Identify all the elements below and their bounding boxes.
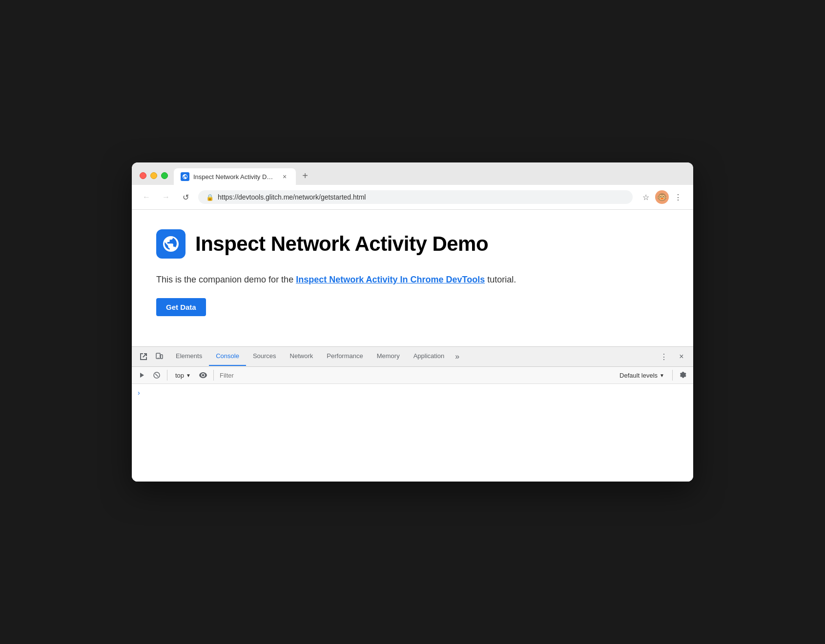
traffic-light-yellow[interactable] (150, 172, 157, 179)
get-data-button[interactable]: Get Data (156, 298, 206, 316)
default-levels-icon: ▼ (660, 373, 664, 378)
back-button[interactable]: ← (140, 190, 153, 204)
filter-input[interactable] (218, 371, 614, 380)
devtools-more-tabs[interactable]: » (451, 347, 463, 366)
console-settings-btn[interactable] (677, 369, 689, 382)
svg-rect-3 (161, 355, 163, 359)
devtools-tab-actions: ⋮ × (656, 347, 689, 366)
devtools-tab-elements[interactable]: Elements (169, 347, 209, 366)
url-text: https://devtools.glitch.me/network/getst… (218, 193, 366, 201)
devtools-link[interactable]: Inspect Network Activity In Chrome DevTo… (296, 275, 485, 284)
console-chevron[interactable]: › (136, 388, 142, 398)
devtools-tab-list: Elements Console Sources Network Perform… (167, 347, 656, 366)
devtools-tabs: Elements Console Sources Network Perform… (132, 347, 693, 367)
traffic-light-red[interactable] (140, 172, 146, 179)
menu-button[interactable]: ⋮ (671, 190, 685, 204)
eye-icon-btn[interactable] (197, 369, 209, 382)
reload-button[interactable]: ↺ (179, 190, 192, 204)
page-description: This is the companion demo for the Inspe… (156, 273, 669, 286)
avatar[interactable]: 🐵 (655, 190, 669, 204)
svg-marker-5 (140, 373, 144, 378)
tab-title: Inspect Network Activity Demo (193, 173, 276, 181)
devtools-inspect-btn[interactable] (136, 347, 151, 366)
context-selector[interactable]: top ▼ (171, 371, 195, 380)
devtools-tab-performance[interactable]: Performance (320, 347, 370, 366)
page-header: Inspect Network Activity Demo (156, 229, 669, 259)
lock-icon: 🔒 (206, 194, 214, 201)
console-separator-1 (167, 370, 167, 381)
devtools-close-btn[interactable]: × (674, 347, 689, 366)
page-title: Inspect Network Activity Demo (195, 232, 488, 256)
url-path: /network/getstarted.html (293, 193, 366, 201)
devtools-tab-memory[interactable]: Memory (370, 347, 407, 366)
devtools-tab-console[interactable]: Console (209, 347, 246, 366)
toolbar-right: ☆ 🐵 ⋮ (639, 190, 685, 204)
console-separator-3 (672, 370, 673, 381)
console-run-btn[interactable] (136, 369, 148, 382)
new-tab-button[interactable]: + (298, 168, 312, 183)
console-content: › (132, 384, 693, 482)
console-separator-2 (213, 370, 214, 381)
browser-tab-active[interactable]: Inspect Network Activity Demo × (174, 168, 296, 185)
console-toolbar: top ▼ Default levels ▼ (132, 367, 693, 384)
bookmark-button[interactable]: ☆ (639, 190, 653, 204)
devtools-tab-sources[interactable]: Sources (246, 347, 283, 366)
tabs-row: Inspect Network Activity Demo × + (174, 168, 685, 185)
address-bar: ← → ↺ 🔒 https://devtools.glitch.me/netwo… (132, 185, 693, 210)
context-label: top (175, 372, 184, 379)
tab-close-btn[interactable]: × (280, 172, 289, 181)
description-prefix: This is the companion demo for the (156, 275, 296, 284)
console-clear-btn[interactable] (150, 369, 163, 382)
tab-favicon (181, 172, 189, 181)
traffic-light-green[interactable] (161, 172, 168, 179)
svg-point-4 (158, 358, 159, 359)
devtools-menu-btn[interactable]: ⋮ (656, 347, 672, 366)
svg-line-7 (155, 374, 158, 377)
context-dropdown-icon: ▼ (186, 373, 191, 378)
title-bar: Inspect Network Activity Demo × + (132, 162, 693, 185)
devtools-device-btn[interactable] (151, 347, 167, 366)
url-protocol: https://devtools.glitch.me (218, 193, 293, 201)
browser-window: Inspect Network Activity Demo × + ← → ↺ … (132, 162, 693, 482)
devtools-tab-application[interactable]: Application (407, 347, 452, 366)
page-content: Inspect Network Activity Demo This is th… (132, 210, 693, 346)
devtools-tab-network[interactable]: Network (283, 347, 320, 366)
page-logo (156, 229, 186, 259)
traffic-lights (140, 172, 168, 185)
forward-button[interactable]: → (159, 190, 173, 204)
url-bar[interactable]: 🔒 https://devtools.glitch.me/network/get… (198, 190, 633, 204)
devtools-panel: Elements Console Sources Network Perform… (132, 346, 693, 482)
default-levels-selector[interactable]: Default levels ▼ (616, 371, 668, 380)
default-levels-label: Default levels (619, 372, 658, 379)
description-suffix: tutorial. (485, 275, 516, 284)
